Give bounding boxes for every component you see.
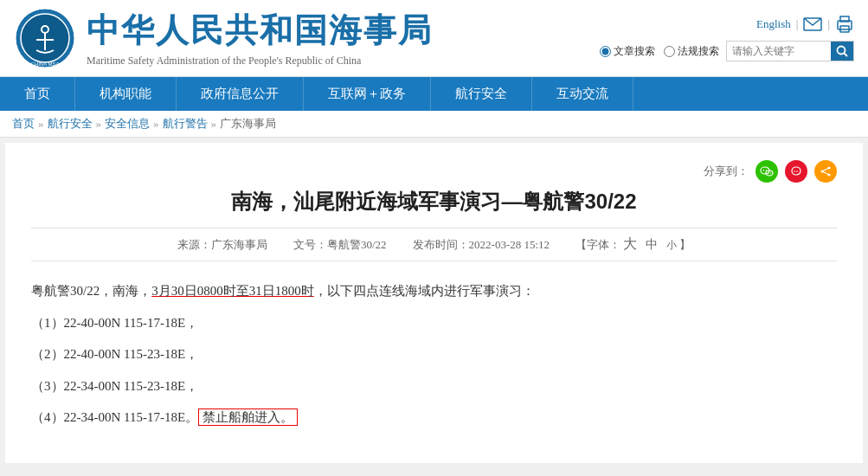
svg-line-24 bbox=[822, 171, 829, 175]
search-button[interactable] bbox=[831, 42, 853, 61]
share-wechat-icon[interactable] bbox=[755, 160, 778, 183]
svg-line-23 bbox=[822, 168, 829, 171]
svg-point-18 bbox=[794, 170, 795, 172]
logo: CHINA MSA bbox=[14, 7, 76, 69]
warning-box: 禁止船舶进入。 bbox=[198, 408, 298, 426]
meta-font: 【字体： 大 中 小 】 bbox=[575, 235, 691, 254]
language-switch[interactable]: English bbox=[756, 17, 791, 31]
svg-text:CHINA MSA: CHINA MSA bbox=[30, 61, 59, 67]
font-big-btn[interactable]: 大 bbox=[623, 236, 637, 251]
meta-source: 来源：广东海事局 bbox=[177, 237, 267, 253]
nav-about[interactable]: 机构职能 bbox=[75, 77, 177, 111]
header-right: English | | 文章搜索 法规搜索 bbox=[600, 15, 854, 61]
article-intro: 粤航警30/22，南海，3月30日0800时至31日1800时，以下四点连线海域… bbox=[31, 279, 837, 304]
sep2: | bbox=[827, 17, 830, 31]
site-header: CHINA MSA 中华人民共和国海事局 Maritime Safety Adm… bbox=[0, 0, 868, 77]
envelope-icon[interactable] bbox=[803, 15, 822, 34]
article-point-4: （4）22-34-00N 115-17-18E。禁止船舶进入。 bbox=[31, 405, 837, 430]
article-point-2: （2）22-40-00N 115-23-18E， bbox=[31, 342, 837, 367]
svg-point-17 bbox=[770, 172, 771, 173]
breadcrumb-current: 广东海事局 bbox=[220, 116, 276, 132]
svg-point-19 bbox=[796, 170, 798, 172]
share-other-icon[interactable] bbox=[814, 160, 837, 183]
share-bar: 分享到： bbox=[31, 160, 837, 183]
nav-internet-plus[interactable]: 互联网＋政务 bbox=[304, 77, 431, 111]
article-title: 南海，汕尾附近海域军事演习—粤航警30/22 bbox=[31, 188, 837, 215]
date-range-underline: 3月30日0800时至31日1800时 bbox=[151, 284, 314, 298]
sep1: | bbox=[796, 17, 799, 31]
breadcrumb-safety[interactable]: 航行安全 bbox=[48, 116, 93, 132]
font-mid-btn[interactable]: 中 bbox=[646, 238, 658, 251]
search-form bbox=[726, 41, 854, 61]
article-point-3: （3）22-34-00N 115-23-18E， bbox=[31, 374, 837, 399]
content-area: 分享到： 南海，汕尾附近海域军事演习—粤航警30/22 来源：广东海事局 文号：… bbox=[5, 143, 863, 463]
font-small-btn[interactable]: 小 bbox=[666, 239, 677, 251]
breadcrumb-safety-info[interactable]: 安全信息 bbox=[105, 116, 150, 132]
share-weibo-icon[interactable] bbox=[785, 160, 807, 183]
svg-line-11 bbox=[845, 54, 848, 57]
article-body: 粤航警30/22，南海，3月30日0800时至31日1800时，以下四点连线海域… bbox=[31, 279, 837, 430]
search-area: 文章搜索 法规搜索 bbox=[600, 41, 854, 61]
search-radios: 文章搜索 法规搜索 bbox=[600, 44, 719, 59]
site-title-area: 中华人民共和国海事局 Maritime Safety Administratio… bbox=[87, 9, 433, 68]
article-point-1: （1）22-40-00N 115-17-18E， bbox=[31, 311, 837, 336]
svg-point-16 bbox=[768, 172, 768, 173]
breadcrumb-home[interactable]: 首页 bbox=[12, 116, 35, 132]
nav-home[interactable]: 首页 bbox=[0, 77, 75, 111]
nav-gov-info[interactable]: 政府信息公开 bbox=[177, 77, 304, 111]
svg-point-10 bbox=[838, 47, 845, 55]
logo-area: CHINA MSA 中华人民共和国海事局 Maritime Safety Adm… bbox=[14, 7, 433, 69]
radio-article[interactable]: 文章搜索 bbox=[600, 44, 655, 59]
site-title-cn: 中华人民共和国海事局 bbox=[87, 9, 433, 53]
site-title-en: Maritime Safety Administration of the Pe… bbox=[87, 55, 433, 68]
printer-icon[interactable] bbox=[835, 15, 854, 34]
meta-doc: 文号：粤航警30/22 bbox=[293, 237, 387, 253]
meta-date: 发布时间：2022-03-28 15:12 bbox=[413, 237, 550, 253]
header-top-links: English | | bbox=[756, 15, 854, 34]
nav-navigation-safety[interactable]: 航行安全 bbox=[431, 77, 532, 111]
breadcrumb: 首页 » 航行安全 » 安全信息 » 航行警告 » 广东海事局 bbox=[0, 111, 868, 138]
radio-law[interactable]: 法规搜索 bbox=[664, 44, 719, 59]
article-meta: 来源：广东海事局 文号：粤航警30/22 发布时间：2022-03-28 15:… bbox=[31, 228, 837, 261]
nav-interaction[interactable]: 互动交流 bbox=[532, 77, 633, 111]
svg-point-13 bbox=[763, 170, 765, 171]
breadcrumb-nav-warning[interactable]: 航行警告 bbox=[163, 116, 208, 132]
search-input[interactable] bbox=[727, 42, 831, 60]
main-nav: 首页 机构职能 政府信息公开 互联网＋政务 航行安全 互动交流 bbox=[0, 77, 868, 111]
share-label: 分享到： bbox=[704, 164, 749, 179]
